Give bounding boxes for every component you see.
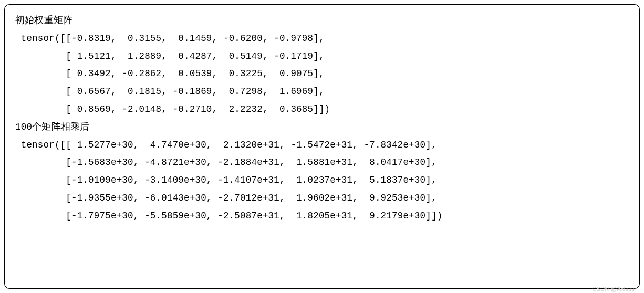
header-initial-weight: 初始权重矩阵 xyxy=(15,12,629,30)
tensor2-row: tensor([[ 1.5277e+30, 4.7470e+30, 2.1320… xyxy=(15,137,629,154)
tensor1-row: tensor([[-0.8319, 0.3155, 0.1459, -0.620… xyxy=(15,30,629,48)
tensor2-row: [-1.7975e+30, -5.5859e+30, -2.5087e+31, … xyxy=(15,207,629,225)
header-after-multiply: 100个矩阵相乘后 xyxy=(15,119,629,137)
tensor1-row: [ 0.6567, 0.1815, -0.1869, 0.7298, 1.696… xyxy=(15,83,629,101)
tensor2-row: [-1.5683e+30, -4.8721e+30, -2.1884e+31, … xyxy=(15,154,629,172)
tensor2-row: [-1.9355e+30, -6.0143e+30, -2.7012e+31, … xyxy=(15,190,629,207)
tensor2-row: [-1.0109e+30, -3.1409e+30, -1.4107e+31, … xyxy=(15,172,629,190)
tensor1-row: [ 1.5121, 1.2889, 0.4287, 0.5149, -0.171… xyxy=(15,48,629,66)
tensor1-row: [ 0.8569, -2.0148, -0.2710, 2.2232, 0.36… xyxy=(15,101,629,119)
code-output-box: 初始权重矩阵 tensor([[-0.8319, 0.3155, 0.1459,… xyxy=(4,4,640,289)
tensor1-row: [ 0.3492, -0.2862, 0.0539, 0.3225, 0.907… xyxy=(15,65,629,83)
watermark-text: CSDN @Axlsss xyxy=(592,286,635,292)
